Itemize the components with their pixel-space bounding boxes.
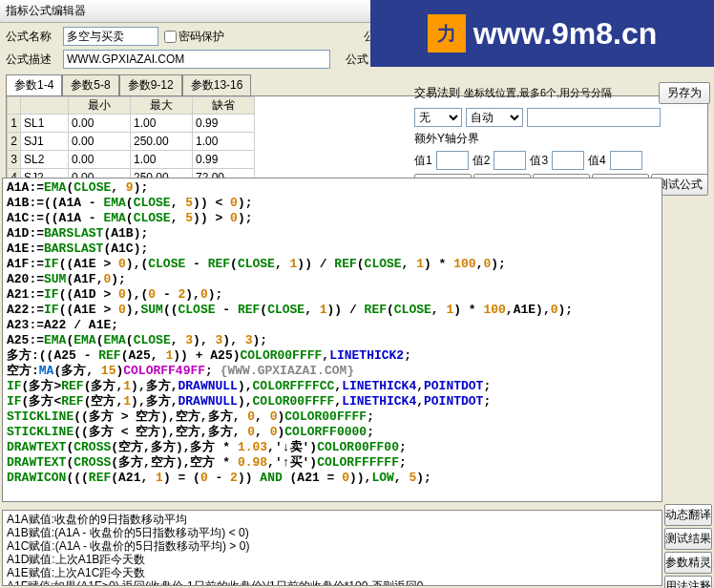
- password-label: 密码保护: [178, 29, 224, 45]
- param-name[interactable]: [21, 151, 68, 168]
- side-button-2[interactable]: 参数精灵: [664, 552, 712, 574]
- value4-input[interactable]: [610, 151, 642, 170]
- side-button-0[interactable]: 动态翻译: [664, 504, 712, 526]
- param-name[interactable]: [21, 115, 68, 132]
- param-def[interactable]: [193, 133, 254, 150]
- param-min[interactable]: [69, 133, 130, 150]
- value1-input[interactable]: [436, 151, 469, 170]
- desc-line: A1D赋值:上次A1B距今天数: [7, 553, 658, 566]
- saveas-button[interactable]: 另存为: [659, 82, 710, 104]
- side-button-1[interactable]: 测试结果: [664, 528, 712, 550]
- tab-params-5-8[interactable]: 参数5-8: [62, 74, 118, 95]
- value2-input[interactable]: [494, 151, 526, 170]
- description-panel[interactable]: A1A赋值:收盘价的9日指数移动平均A1B赋值:(A1A - 收盘价的5日指数移…: [2, 510, 662, 586]
- coord-select[interactable]: 自动: [466, 108, 523, 127]
- desc-line: A1B赋值:(A1A - 收盘价的5日指数移动平均) < 0): [7, 526, 658, 539]
- desc-line: A1E赋值:上次A1C距今天数: [7, 566, 658, 579]
- value3-input[interactable]: [552, 151, 584, 170]
- tab-params-13-16[interactable]: 参数13-16: [182, 74, 252, 95]
- name-label: 公式名称: [6, 29, 57, 45]
- side-button-3[interactable]: 用法注释: [664, 576, 712, 588]
- watermark-logo: 力: [428, 14, 466, 52]
- coord-label: 坐标线位置,最多6个,用分号分隔: [464, 86, 655, 100]
- param-min[interactable]: [69, 115, 130, 132]
- formula-desc-input[interactable]: [63, 50, 330, 69]
- param-name[interactable]: [21, 133, 68, 150]
- param-max[interactable]: [131, 115, 192, 132]
- extray-label: 额外Y轴分界: [414, 131, 479, 147]
- coord-input[interactable]: [527, 108, 661, 127]
- watermark: 力 www.9m8.cn: [370, 0, 714, 67]
- formula-name-input[interactable]: [63, 27, 158, 46]
- tab-params-1-4[interactable]: 参数1-4: [6, 74, 62, 95]
- param-def[interactable]: [193, 151, 254, 168]
- password-checkbox[interactable]: [164, 31, 177, 43]
- param-min[interactable]: [69, 151, 130, 168]
- tab-params-9-12[interactable]: 参数9-12: [119, 74, 182, 95]
- desc-line: A1A赋值:收盘价的9日指数移动平均: [7, 513, 658, 526]
- param-def[interactable]: [193, 115, 254, 132]
- desc-line: A1F赋值:如果(A1E>0),返回(收盘价-1日前的收盘价)/1日前的收盘价*…: [7, 579, 658, 586]
- param-max[interactable]: [131, 133, 192, 150]
- rule-select[interactable]: 无: [414, 108, 462, 127]
- rule-label: 交易法则: [414, 85, 460, 101]
- param-max[interactable]: [131, 151, 192, 168]
- desc-line: A1C赋值:(A1A - 收盘价的5日指数移动平均) > 0): [7, 539, 658, 553]
- code-editor[interactable]: A1A:=EMA(CLOSE, 9); A1B:=((A1A - EMA(CLO…: [2, 178, 662, 502]
- desc-label: 公式描述: [6, 52, 57, 68]
- right-label-2: 公式: [346, 52, 368, 68]
